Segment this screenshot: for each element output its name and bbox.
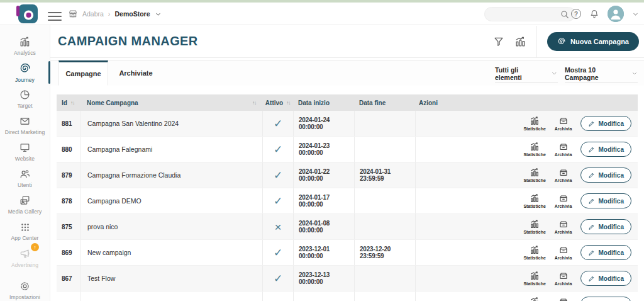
archive-box-icon	[558, 168, 569, 178]
adabra-logo[interactable]	[16, 4, 38, 23]
tab-archiviate[interactable]: Archiviate	[113, 60, 158, 86]
archivia-button[interactable]: Archivia	[555, 297, 572, 301]
sidebar-item-impostazioni[interactable]: Impostazioni	[0, 277, 50, 301]
archivia-button[interactable]: Archivia	[555, 193, 572, 208]
modifica-button[interactable]: Modifica	[580, 142, 631, 157]
user-avatar[interactable]	[608, 6, 624, 22]
sidebar-item-label: Analytics	[14, 50, 36, 56]
menu-hamburger-icon[interactable]	[48, 9, 62, 23]
statistiche-button[interactable]: Statistiche	[523, 116, 545, 131]
breadcrumb-current[interactable]: DemoStore	[115, 10, 150, 18]
col-header-attivo[interactable]: Attivo ↑↓	[262, 94, 293, 111]
statistiche-label: Statistiche	[523, 178, 545, 183]
modifica-button[interactable]: Modifica	[580, 297, 631, 301]
sidebar-item-app-center[interactable]: App Center	[0, 218, 50, 244]
sort-icon[interactable]: ↑↓	[286, 100, 290, 106]
archivia-label: Archivia	[555, 178, 572, 183]
sidebar-item-advertising[interactable]: ↑ Advertising	[0, 244, 50, 271]
search-input[interactable]	[484, 7, 575, 21]
search-icon[interactable]	[560, 9, 570, 20]
statistiche-button[interactable]: Statistiche	[523, 297, 545, 301]
bar-chart-icon	[530, 245, 540, 255]
pencil-icon	[588, 120, 595, 127]
campaign-name: Test Flow	[87, 275, 115, 282]
active-status-icon: ✓	[274, 273, 282, 284]
modifica-button[interactable]: Modifica	[580, 271, 631, 286]
sort-icon[interactable]: ↑↓	[252, 100, 256, 106]
modifica-button[interactable]: Modifica	[580, 245, 631, 260]
pencil-icon	[588, 275, 595, 282]
chevron-down-icon	[631, 70, 638, 77]
archivia-button[interactable]: Archivia	[555, 219, 572, 234]
sidebar-item-target[interactable]: Target	[0, 86, 50, 112]
table-row: 867 Test Flow ✓ 2023-12-13 00:00:00 Stat…	[57, 266, 638, 292]
chevron-down-icon	[551, 70, 558, 77]
sort-icon[interactable]: ↑↓	[70, 100, 74, 106]
sidebar-item-website[interactable]: Website	[0, 139, 50, 165]
table-row: 875 prova nico × 2024-01-08 00:00:00 Sta…	[57, 214, 638, 240]
pie-chart-icon	[19, 89, 31, 101]
active-status-icon: ✓	[274, 299, 282, 301]
archivia-label: Archivia	[555, 256, 572, 260]
breadcrumb-separator: ›	[108, 10, 111, 18]
show-count-select[interactable]: Mostra 10 Campagne	[565, 65, 638, 82]
help-icon[interactable]: ?	[571, 9, 581, 19]
modifica-button[interactable]: Modifica	[580, 168, 631, 183]
bar-chart-icon	[530, 271, 540, 281]
modifica-button[interactable]: Modifica	[580, 219, 631, 234]
sidebar-item-direct-marketing[interactable]: Direct Marketing	[0, 112, 50, 139]
nuova-campagna-button[interactable]: Nuova Campagna	[547, 32, 639, 51]
statistiche-button[interactable]: Statistiche	[523, 193, 545, 208]
statistiche-button[interactable]: Statistiche	[523, 142, 545, 157]
campaign-id: 881	[62, 120, 72, 127]
campaign-id: 880	[62, 146, 72, 153]
col-header-name[interactable]: Nome Campagna ↑↓	[80, 94, 262, 111]
statistiche-button[interactable]: Statistiche	[523, 168, 545, 183]
sidebar-item-label: Advertising	[11, 262, 38, 268]
col-header-id[interactable]: Id ↑↓	[57, 94, 80, 111]
chevron-down-icon[interactable]	[155, 11, 162, 18]
filter-funnel-icon[interactable]	[493, 36, 504, 47]
statistiche-button[interactable]: Statistiche	[523, 245, 545, 260]
campaign-name: Campagna DEMO	[87, 197, 142, 205]
sidebar-item-media-gallery[interactable]: Media Gallery	[0, 191, 50, 218]
archive-box-icon	[558, 142, 569, 152]
sidebar-item-label: Website	[15, 156, 35, 162]
statistiche-label: Statistiche	[523, 127, 545, 131]
tab-campagne[interactable]: Campagne	[58, 60, 108, 86]
modifica-button[interactable]: Modifica	[580, 116, 631, 131]
archive-box-icon	[558, 219, 569, 229]
table-header-row: Id ↑↓ Nome Campagna ↑↓ Attivo ↑↓ Data in…	[57, 94, 638, 111]
archivia-button[interactable]: Archivia	[555, 142, 572, 157]
archivia-button[interactable]: Archivia	[555, 116, 572, 131]
archivia-button[interactable]: Archivia	[555, 271, 572, 286]
account-chevron-down-icon[interactable]	[632, 11, 639, 18]
breadcrumb-root[interactable]: Adabra	[82, 10, 104, 18]
sidebar-item-utenti[interactable]: Utenti	[0, 165, 50, 191]
notifications-bell-icon[interactable]	[589, 9, 599, 19]
active-status-icon: ×	[274, 221, 281, 233]
modifica-button[interactable]: Modifica	[580, 193, 631, 208]
show-count-label: Mostra 10 Campagne	[565, 66, 625, 81]
sidebar-item-journey[interactable]: Journey	[0, 59, 50, 86]
sidebar-item-analytics[interactable]: Analytics	[0, 33, 50, 59]
topbar-actions: ?	[571, 3, 639, 25]
modifica-label: Modifica	[598, 172, 624, 179]
statistiche-button[interactable]: Statistiche	[523, 271, 545, 286]
app-window: Adabra › DemoStore ?	[0, 0, 644, 301]
archivia-button[interactable]: Archivia	[555, 245, 572, 260]
bar-chart-icon	[19, 36, 31, 48]
bar-chart-icon	[530, 116, 540, 126]
elements-filter-label: Tutti gli elementi	[495, 66, 545, 81]
statistics-chart-icon[interactable]	[514, 36, 526, 48]
archivia-label: Archivia	[555, 230, 572, 234]
table-row: 879 Campagna Formazione Claudia ✓ 2024-0…	[57, 162, 638, 188]
statistiche-button[interactable]: Statistiche	[523, 219, 545, 234]
elements-filter-select[interactable]: Tutti gli elementi	[495, 65, 558, 82]
campaign-name: Campagna Falegnami	[87, 145, 152, 153]
bar-chart-icon	[530, 193, 540, 203]
archivia-button[interactable]: Archivia	[555, 168, 572, 183]
campaign-name: prova nico	[87, 223, 118, 230]
sidebar-item-label: Journey	[15, 77, 35, 83]
statistiche-label: Statistiche	[523, 281, 545, 286]
